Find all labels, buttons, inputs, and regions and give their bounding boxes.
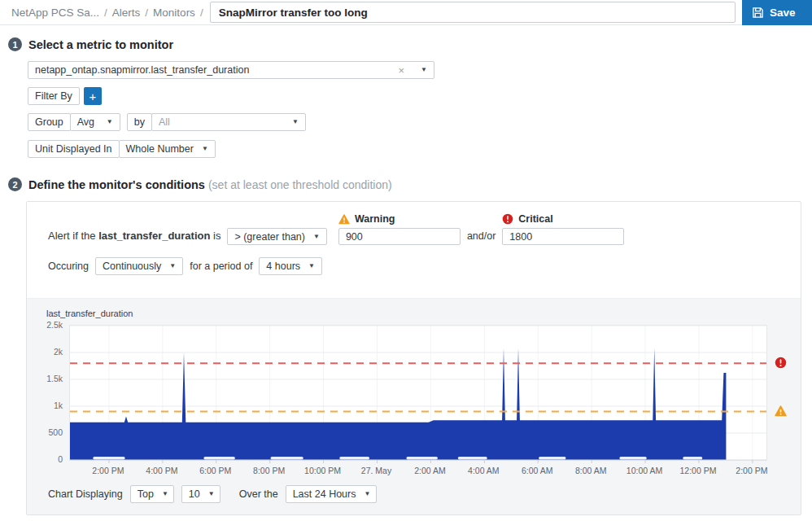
period-select[interactable]: 4 hours ▼ (259, 257, 322, 275)
x-tick-label: 2:00 PM (736, 466, 767, 475)
chevron-down-icon: ▼ (162, 491, 168, 497)
andor-label: and/or (467, 230, 495, 245)
unit-select[interactable]: Whole Number ▼ (119, 140, 216, 158)
operator-select[interactable]: > (greater than) ▼ (227, 228, 326, 245)
add-filter-button[interactable]: + (84, 87, 102, 105)
operator-value: > (greater than) (234, 231, 305, 243)
x-tick-label: 12:00 PM (679, 466, 716, 475)
breadcrumb-separator: / (145, 7, 148, 19)
alert-suffix: is (213, 230, 220, 242)
top-select[interactable]: Top ▼ (130, 485, 174, 503)
x-tick-label: 6:00 AM (522, 466, 553, 475)
chart-title: last_transfer_duration (46, 309, 801, 318)
chart-section: last_transfer_duration 05001k1.5k2k2.5k … (27, 298, 801, 514)
unit-value: Whole Number (126, 143, 194, 155)
group-aggregation-select[interactable]: Avg ▼ (70, 113, 120, 131)
critical-icon (502, 213, 513, 225)
chart-x-axis: 2:00 PM4:00 PM6:00 PM8:00 PM10:00 PM27. … (27, 464, 801, 479)
x-tick-label: 4:00 AM (468, 466, 500, 475)
y-tick-label: 2k (54, 347, 63, 357)
chevron-down-icon: ▼ (364, 491, 370, 497)
step1-header: 1 Select a metric to monitor (8, 37, 801, 51)
by-label: by (127, 113, 152, 131)
chart-controls: Chart Displaying Top ▼ 10 ▼ Over the Las… (27, 479, 801, 514)
breadcrumb: NetApp PCS Sa... / Alerts / Monitors / (11, 7, 203, 19)
chart-threshold-icons (767, 325, 801, 461)
x-tick-label: 27. May (361, 466, 391, 475)
y-tick-label: 0 (58, 454, 63, 464)
occurring-select[interactable]: Continuously ▼ (95, 257, 183, 275)
warning-threshold-input[interactable] (338, 228, 461, 245)
y-tick-label: 500 (48, 427, 63, 437)
chevron-down-icon: ▼ (107, 119, 113, 125)
metric-select[interactable]: netapp_ontap.snapmirror.last_transfer_du… (28, 61, 434, 79)
critical-threshold-input[interactable] (502, 228, 624, 245)
time-range-select[interactable]: Last 24 Hours ▼ (286, 485, 377, 503)
top-bar: NetApp PCS Sa... / Alerts / Monitors / S… (0, 0, 812, 25)
conditions-panel: Alert if the last_transfer_duration is >… (26, 201, 801, 515)
group-aggregation-value: Avg (77, 116, 94, 128)
warning-label: Warning (355, 213, 395, 225)
y-tick-label: 1.5k (46, 374, 63, 383)
x-tick-label: 2:00 PM (92, 466, 124, 475)
save-button-label: Save (770, 7, 796, 19)
breadcrumb-monitors[interactable]: Monitors (153, 7, 195, 19)
group-label: Group (28, 113, 71, 131)
count-value: 10 (189, 488, 200, 500)
period-label: for a period of (190, 260, 252, 272)
step1-number-badge: 1 (8, 37, 22, 51)
save-icon (752, 7, 764, 19)
save-button[interactable]: Save (742, 0, 812, 25)
x-tick-label: 8:00 AM (575, 466, 607, 475)
warning-icon (338, 214, 350, 225)
occurring-label: Occuring (48, 260, 89, 272)
chevron-down-icon: ▼ (308, 263, 315, 269)
step2-title-text: Define the monitor's conditions (28, 178, 205, 191)
monitor-title-input[interactable] (210, 2, 736, 23)
alert-metric-name: last_transfer_duration (98, 230, 210, 242)
chevron-down-icon: ▼ (421, 67, 427, 73)
step2-title-note: (set at least one threshold condition) (208, 178, 392, 191)
chevron-down-icon: ▼ (202, 146, 208, 152)
over-the-label: Over the (239, 488, 278, 500)
step2-title: Define the monitor's conditions(set at l… (28, 178, 392, 191)
critical-label: Critical (518, 213, 552, 225)
group-by-value: All (159, 116, 170, 128)
filter-by-label: Filter By (28, 87, 80, 105)
chart-displaying-label: Chart Displaying (48, 488, 123, 500)
x-tick-label: 4:00 PM (146, 466, 177, 475)
step2-header: 2 Define the monitor's conditions(set at… (8, 177, 801, 191)
group-by-select[interactable]: All ▼ (151, 113, 306, 131)
time-range-value: Last 24 Hours (293, 488, 356, 500)
clear-icon[interactable]: × (398, 64, 404, 77)
step1-title: Select a metric to monitor (28, 38, 173, 51)
top-value: Top (138, 488, 154, 500)
x-tick-label: 2:00 AM (414, 466, 446, 475)
step2-number-badge: 2 (8, 177, 22, 191)
period-value: 4 hours (266, 260, 300, 272)
x-tick-label: 8:00 PM (253, 466, 285, 475)
occurring-value: Continuously (103, 260, 161, 272)
warning-threshold-icon (775, 405, 787, 418)
metric-select-value: netapp_ontap.snapmirror.last_transfer_du… (35, 64, 390, 76)
chart-y-axis: 05001k1.5k2k2.5k (27, 325, 69, 459)
x-tick-label: 6:00 PM (199, 466, 231, 475)
breadcrumb-separator: / (200, 7, 203, 19)
alert-condition-text: Alert if the last_transfer_duration is (48, 230, 220, 245)
y-tick-label: 1k (54, 401, 63, 410)
chevron-down-icon: ▼ (292, 119, 299, 125)
unit-displayed-label: Unit Displayed In (28, 140, 120, 158)
breadcrumb-root[interactable]: NetApp PCS Sa... (11, 7, 99, 19)
critical-threshold-icon (775, 357, 787, 369)
chevron-down-icon: ▼ (169, 263, 176, 269)
alert-prefix: Alert if the (48, 230, 96, 242)
x-tick-label: 10:00 PM (304, 466, 341, 475)
breadcrumb-separator: / (104, 7, 107, 19)
chart-plot-area[interactable] (69, 325, 767, 461)
y-tick-label: 2.5k (46, 320, 63, 330)
count-select[interactable]: 10 ▼ (181, 485, 220, 503)
chevron-down-icon: ▼ (208, 491, 215, 497)
breadcrumb-alerts[interactable]: Alerts (112, 7, 141, 19)
chevron-down-icon: ▼ (313, 234, 320, 240)
x-tick-label: 10:00 AM (626, 466, 662, 475)
